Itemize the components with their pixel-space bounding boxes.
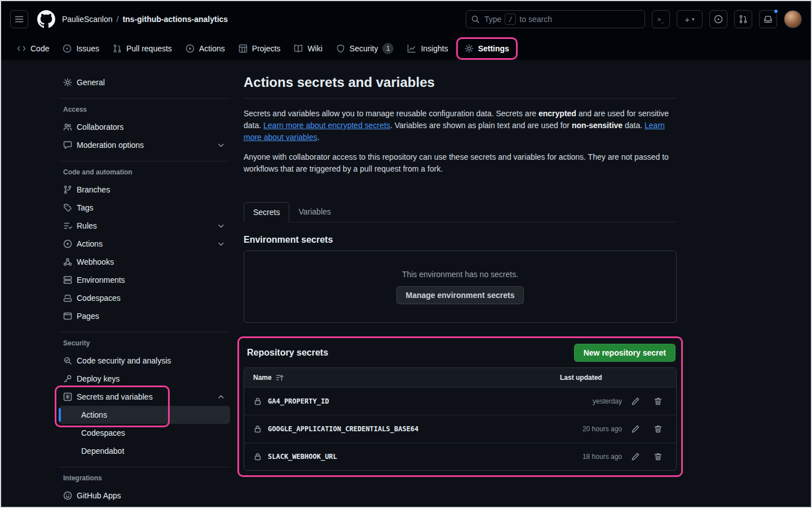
git-branch-icon (63, 185, 72, 194)
chevron-down-icon (217, 221, 226, 230)
repository-secrets-header: Repository secrets New repository secret (244, 344, 677, 367)
plus-icon: + (685, 15, 690, 24)
sidebar-item-actions[interactable]: Actions (59, 235, 230, 253)
edit-secret-button[interactable] (626, 448, 645, 466)
play-icon (186, 44, 195, 53)
sidebar-item-deploy-keys[interactable]: Deploy keys (59, 370, 230, 388)
tag-icon (63, 203, 72, 212)
screenshot-frame: PaulieScanlon / tns-github-actions-analy… (0, 0, 812, 508)
tab-code[interactable]: Code (11, 37, 55, 60)
sidebar-subitem-secrets-actions[interactable]: Actions (59, 406, 230, 424)
sidebar-subitem-secrets-dependabot[interactable]: Dependabot (59, 442, 230, 460)
sidebar-item-rules[interactable]: Rules (59, 217, 230, 235)
search-placeholder: Type / to search (484, 14, 640, 25)
shield-icon (336, 44, 345, 53)
command-palette-button[interactable]: >_ (652, 10, 670, 28)
tab-wiki[interactable]: Wiki (288, 37, 328, 60)
environment-secrets-heading: Environment secrets (244, 235, 677, 245)
delete-secret-button[interactable] (649, 420, 667, 438)
tab-insights[interactable]: Insights (401, 37, 453, 60)
breadcrumb-repo[interactable]: tns-github-actions-analytics (122, 15, 228, 24)
command-palette-icon: >_ (657, 16, 664, 23)
delete-secret-button[interactable] (649, 392, 667, 410)
empty-state-text: This environment has no secrets. (402, 270, 518, 279)
repository-secrets-heading: Repository secrets (247, 348, 328, 358)
manage-environment-secrets-button[interactable]: Manage environment secrets (396, 286, 524, 304)
secret-updated: 18 hours ago (560, 453, 622, 461)
hamburger-menu-button[interactable] (10, 10, 28, 28)
sidebar-section-integrations: Integrations (59, 467, 230, 487)
edit-secret-button[interactable] (626, 392, 645, 410)
sidebar-subitem-secrets-codespaces[interactable]: Codespaces (59, 424, 230, 442)
gear-icon (63, 78, 72, 87)
global-header: PaulieScanlon / tns-github-actions-analy… (1, 1, 811, 37)
tab-secrets[interactable]: Secrets (244, 202, 289, 222)
secret-name-cell: GA4_PROPERTY_ID (253, 397, 560, 406)
tab-actions[interactable]: Actions (180, 37, 231, 60)
tab-issues[interactable]: Issues (57, 37, 104, 60)
sort-ascending-icon[interactable] (275, 373, 284, 382)
caret-down-icon: ▾ (692, 17, 695, 22)
secret-row: GOOGLE_APPLICATION_CREDENTIALS_BASE64 20… (244, 415, 676, 443)
pencil-icon (631, 397, 640, 406)
tab-projects[interactable]: Projects (233, 37, 286, 60)
pull-requests-header-button[interactable] (734, 10, 752, 28)
book-icon (294, 44, 303, 53)
unread-notification-dot (773, 8, 779, 14)
key-icon (63, 374, 72, 383)
issue-opened-icon (63, 44, 72, 53)
sidebar-item-github-apps[interactable]: GitHub Apps (59, 487, 230, 505)
sidebar-item-general[interactable]: General (59, 73, 230, 91)
edit-secret-button[interactable] (626, 420, 645, 438)
page-title: Actions secrets and variables (244, 75, 677, 99)
lock-icon (253, 397, 262, 406)
column-header-last-updated: Last updated (560, 374, 667, 382)
codespaces-icon (63, 294, 72, 303)
intro-paragraph: Secrets and variables allow you to manag… (244, 108, 677, 143)
codescan-icon (63, 356, 72, 365)
sidebar-item-codespaces[interactable]: Codespaces (59, 289, 230, 307)
pencil-icon (631, 424, 640, 433)
tab-variables[interactable]: Variables (289, 202, 339, 222)
main-content: Actions secrets and variables Secrets an… (244, 73, 677, 500)
encrypted-secrets-link[interactable]: Learn more about encrypted secrets (263, 121, 390, 130)
avatar[interactable] (784, 10, 802, 28)
sidebar-item-moderation-options[interactable]: Moderation options (59, 136, 230, 154)
tab-security[interactable]: Security 1 (330, 37, 400, 60)
secret-name-cell: GOOGLE_APPLICATION_CREDENTIALS_BASE64 (253, 424, 560, 433)
sidebar-section-security: Security (59, 332, 230, 352)
slash-key-badge: / (505, 14, 516, 25)
tab-settings[interactable]: Settings (456, 37, 518, 60)
sidebar-section-code-automation: Code and automation (59, 161, 230, 181)
sidebar-item-code-security[interactable]: Code security and analysis (59, 352, 230, 370)
new-repository-secret-button[interactable]: New repository secret (574, 344, 676, 362)
graph-icon (407, 44, 416, 53)
github-logo[interactable] (37, 10, 55, 28)
pencil-icon (631, 452, 640, 461)
secret-name-cell: SLACK_WEBHOOK_URL (253, 452, 560, 461)
create-new-button[interactable]: + ▾ (677, 10, 703, 28)
sidebar-item-branches[interactable]: Branches (59, 181, 230, 199)
delete-secret-button[interactable] (649, 448, 667, 466)
sidebar-item-collaborators[interactable]: Collaborators (59, 118, 230, 136)
secrets-table: Name Last updated GA4_PROPERTY_ID yester… (244, 367, 677, 471)
sidebar-item-secrets-and-variables[interactable]: Secrets and variables (59, 388, 230, 406)
environment-secrets-box: This environment has no secrets. Manage … (244, 251, 677, 323)
tab-pull-requests[interactable]: Pull requests (107, 37, 178, 60)
sidebar-item-environments[interactable]: Environments (59, 271, 230, 289)
hamburger-icon (15, 15, 24, 24)
play-icon (63, 239, 72, 248)
breadcrumb-owner[interactable]: PaulieScanlon (62, 15, 113, 24)
fork-note-paragraph: Anyone with collaborator access to this … (244, 151, 677, 175)
sidebar-item-pages[interactable]: Pages (59, 307, 230, 325)
search-input[interactable]: Type / to search (466, 10, 645, 28)
issue-opened-icon (714, 15, 723, 24)
sidebar-item-tags[interactable]: Tags (59, 199, 230, 217)
notifications-button[interactable] (759, 10, 777, 28)
git-pull-request-icon (113, 44, 122, 53)
chevron-down-icon (217, 239, 226, 248)
sidebar-item-webhooks[interactable]: Webhooks (59, 253, 230, 271)
trash-icon (654, 397, 663, 406)
chevron-down-icon (217, 141, 226, 150)
issues-header-button[interactable] (709, 10, 727, 28)
